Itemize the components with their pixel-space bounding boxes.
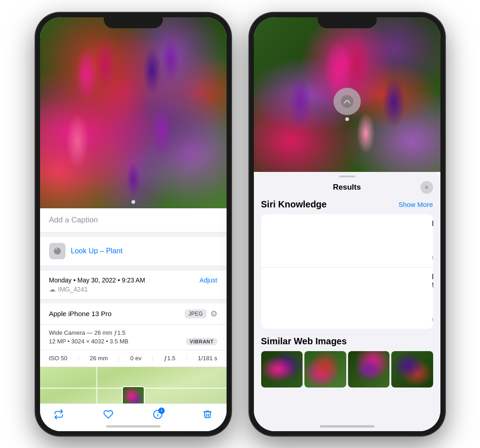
home-indicator-left bbox=[106, 425, 161, 428]
similar-web-images-section: Similar Web Images bbox=[261, 336, 433, 388]
lookup-icon bbox=[49, 243, 66, 259]
camera-row: Apple iPhone 13 Pro JPEG ⚙ bbox=[40, 303, 227, 325]
filename-row: ☁ IMG_4241 bbox=[49, 286, 217, 293]
knowledge-item-fuchsia[interactable]: Fuchsia Fuchsia is a genus of flowering … bbox=[261, 214, 433, 268]
heart-button[interactable] bbox=[103, 409, 113, 422]
camera-model: Apple iPhone 13 Pro bbox=[49, 310, 112, 317]
aperture-value: ƒ1.5 bbox=[164, 355, 175, 362]
photo-area-left[interactable] bbox=[40, 17, 227, 208]
adjust-button[interactable]: Adjust bbox=[200, 277, 217, 284]
photo-dot-indicator bbox=[131, 200, 135, 204]
lookup-label: Look Up – Plant bbox=[71, 247, 123, 255]
camera-details: Wide Camera — 26 mm ƒ1.5 12 MP • 3024 × … bbox=[40, 325, 227, 350]
exif-divider-3 bbox=[152, 355, 153, 362]
knowledge-card: Fuchsia Fuchsia is a genus of flowering … bbox=[261, 214, 433, 329]
share-button[interactable] bbox=[54, 409, 64, 422]
exif-divider-1 bbox=[78, 355, 79, 362]
results-panel: Results × Siri Knowledge Show More Fuchs… bbox=[254, 172, 440, 431]
mp-text: 12 MP • 3024 × 4032 • 3.5 MB bbox=[49, 338, 129, 345]
results-header: Results × bbox=[254, 177, 440, 197]
badge-row: JPEG ⚙ bbox=[185, 309, 217, 319]
siri-icon bbox=[340, 95, 354, 108]
results-close-button[interactable]: × bbox=[420, 181, 433, 194]
similar-image-3[interactable] bbox=[348, 351, 390, 388]
results-title: Results bbox=[333, 183, 361, 192]
siri-knowledge-title: Siri Knowledge bbox=[261, 199, 327, 210]
results-content: Siri Knowledge Show More Fuchsia Fuchsia… bbox=[254, 197, 440, 431]
trash-button[interactable] bbox=[202, 409, 212, 422]
show-more-button[interactable]: Show More bbox=[399, 201, 433, 208]
siri-button[interactable] bbox=[333, 88, 361, 115]
iso-value: ISO 50 bbox=[49, 355, 67, 362]
similar-image-2[interactable] bbox=[304, 351, 346, 388]
settings-icon[interactable]: ⚙ bbox=[210, 309, 217, 319]
right-phone-screen: Results × Siri Knowledge Show More Fuchs… bbox=[254, 17, 440, 431]
siri-dot bbox=[345, 117, 349, 121]
knowledge-item-hardy-fuchsia[interactable]: Hardy fuchsia Fuchsia magellanica, commo… bbox=[261, 267, 433, 329]
left-phone-screen: Add a Caption Look Up – Plant Mon bbox=[40, 17, 227, 431]
similar-images-grid bbox=[261, 351, 433, 388]
right-phone: Results × Siri Knowledge Show More Fuchs… bbox=[249, 13, 445, 436]
info-badge: i bbox=[158, 408, 165, 414]
lookup-row[interactable]: Look Up – Plant bbox=[40, 236, 227, 266]
focal-length-value: 26 mm bbox=[90, 355, 108, 362]
mp-row: 12 MP • 3024 × 4032 • 3.5 MB VIBRANT bbox=[49, 338, 217, 345]
map-background bbox=[40, 367, 227, 403]
exposure-value: 0 ev bbox=[130, 355, 141, 362]
similar-web-images-title: Similar Web Images bbox=[261, 336, 433, 347]
flower-photo-left bbox=[40, 17, 227, 208]
exif-divider-4 bbox=[187, 355, 187, 362]
similar-image-1[interactable] bbox=[261, 351, 303, 388]
info-area: Add a Caption Look Up – Plant Mon bbox=[40, 208, 227, 403]
exif-row: ISO 50 26 mm 0 ev ƒ1.5 1/181 s bbox=[40, 350, 227, 367]
left-phone: Add a Caption Look Up – Plant Mon bbox=[35, 13, 231, 436]
lookup-subject: Plant bbox=[106, 247, 122, 255]
shutter-value: 1/181 s bbox=[198, 355, 217, 362]
vibrant-badge: VIBRANT bbox=[186, 338, 217, 345]
home-indicator-right bbox=[320, 425, 374, 428]
svg-point-3 bbox=[341, 95, 354, 108]
date-section: Monday • May 30, 2022 • 9:23 AM Adjust ☁… bbox=[40, 270, 227, 300]
filename: IMG_4241 bbox=[58, 286, 88, 293]
caption-placeholder: Add a Caption bbox=[49, 216, 98, 224]
map-road-vertical bbox=[96, 367, 97, 403]
caption-field[interactable]: Add a Caption bbox=[40, 208, 227, 232]
similar-image-4[interactable] bbox=[391, 351, 433, 388]
map-photo-thumbnail bbox=[122, 386, 145, 403]
date-row: Monday • May 30, 2022 • 9:23 AM Adjust bbox=[49, 277, 217, 284]
siri-knowledge-header: Siri Knowledge Show More bbox=[261, 199, 433, 210]
lens-specs: Wide Camera — 26 mm ƒ1.5 bbox=[49, 329, 217, 336]
date-text: Monday • May 30, 2022 • 9:23 AM bbox=[49, 277, 145, 284]
jpeg-badge: JPEG bbox=[185, 309, 206, 318]
exif-divider-2 bbox=[119, 355, 119, 362]
map-area[interactable] bbox=[40, 367, 227, 403]
photo-area-right[interactable] bbox=[254, 17, 440, 172]
cloud-icon: ☁ bbox=[49, 286, 56, 293]
info-button[interactable]: i bbox=[153, 409, 163, 422]
